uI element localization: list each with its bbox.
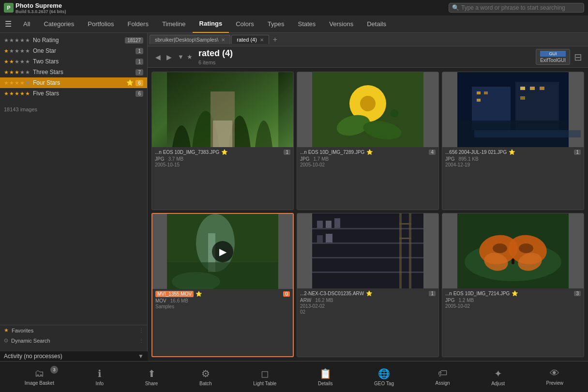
search-input[interactable]: [461, 4, 577, 11]
basket-count: 3: [50, 366, 58, 374]
rating-one-star[interactable]: ★ ★ ★ ★ ★ One Star 1: [0, 45, 147, 56]
nav-arrows: ◀ ▶: [153, 52, 174, 62]
info-icon: ℹ: [98, 368, 102, 379]
tab-rated[interactable]: rated (4) ✕: [231, 35, 269, 44]
assign-button[interactable]: 🏷 Assign: [431, 366, 455, 388]
details-label: Details: [318, 381, 333, 386]
nav-item-ratings[interactable]: Ratings: [193, 15, 229, 33]
activity-arrow: ▼: [138, 353, 144, 360]
filename-5: ...2-NEX-C3-DSC01235.ARW ⭐ 1: [300, 290, 436, 297]
rating-five-stars[interactable]: ★ ★ ★ ★ ★ Five Stars 6: [0, 88, 147, 99]
grid-item-6[interactable]: ...n EOS 10D_IMG_7214.JPG ⭐ 3 JPG 1.2 MB…: [442, 213, 584, 357]
two-stars-count: 1: [136, 59, 143, 65]
nav-item-details[interactable]: Details: [360, 15, 393, 33]
add-tab-button[interactable]: +: [270, 35, 280, 44]
exif-tool-button[interactable]: GUI ExifToolGUI: [536, 49, 570, 65]
light-table-button[interactable]: ◻ Light Table: [248, 366, 281, 388]
four-stars-star-icon: ⭐: [126, 79, 134, 86]
view-button[interactable]: ⊟: [574, 51, 582, 63]
details-button[interactable]: 📋 Details: [313, 366, 338, 388]
app-logo: P Photo Supreme Build 5.3.0.2637 (64 bit…: [4, 2, 66, 14]
svg-rect-42: [326, 234, 332, 242]
menu-icon[interactable]: ☰: [0, 19, 16, 29]
stars-four: ★ ★ ★ ★ ★: [4, 80, 30, 86]
image-basket-button[interactable]: 🗂 3 Image Basket: [20, 366, 59, 388]
count-badge-3: 1: [574, 150, 581, 155]
exif-tool-label: ExifToolGUI: [540, 58, 566, 63]
svg-rect-38: [317, 221, 323, 228]
filename-2: ...n EOS 10D_IMG_7289.JPG ⭐ 4: [300, 149, 436, 155]
play-button-overlay[interactable]: ▶: [212, 241, 233, 262]
tab-samples[interactable]: sbruiker|Desktop\Samples\ ✕: [150, 35, 230, 44]
batch-button[interactable]: ⚙ Batch: [195, 366, 217, 388]
grid-item-5[interactable]: ...2-NEX-C3-DSC01235.ARW ⭐ 1 ARW 16.2 MB…: [297, 213, 439, 357]
adjust-button[interactable]: ✦ Adjust: [486, 366, 510, 388]
grid-meta-1: JPG 3.7 MB: [155, 156, 290, 162]
nav-item-all[interactable]: All: [16, 15, 37, 33]
sidebar-favorites[interactable]: ★ Favorites ⋮: [0, 325, 148, 335]
nav-item-categories[interactable]: Categories: [37, 15, 81, 33]
nav-item-types[interactable]: Types: [261, 15, 291, 33]
type-5: ARW: [300, 298, 311, 303]
size-1: 3.7 MB: [168, 156, 183, 162]
svg-rect-35: [312, 242, 423, 244]
svg-rect-24: [530, 87, 535, 90]
svg-rect-34: [312, 228, 423, 229]
preview-button[interactable]: 👁 Preview: [542, 366, 569, 388]
grid-meta-3: JPG 895.1 KB: [445, 156, 581, 162]
info-button[interactable]: ℹ Info: [91, 366, 109, 388]
nav-item-versions[interactable]: Versions: [322, 15, 360, 33]
search-icon: 🔍: [452, 4, 459, 11]
tab-rated-close[interactable]: ✕: [260, 37, 264, 43]
star-badge-6: ⭐: [512, 290, 518, 297]
rating-two-stars[interactable]: ★ ★ ★ ★ ★ Two Stars 1: [0, 56, 147, 67]
filter-icon[interactable]: ▼: [178, 53, 184, 60]
share-button[interactable]: ⬆ Share: [140, 366, 163, 388]
nav-item-states[interactable]: States: [291, 15, 322, 33]
filename-6: ...n EOS 10D_IMG_7214.JPG ⭐ 3: [445, 290, 581, 297]
geo-tag-button[interactable]: 🌐 GEO Tag: [369, 366, 399, 388]
stars-three: ★ ★ ★ ★ ★: [4, 69, 30, 75]
share-icon: ⬆: [148, 368, 156, 379]
type-6: JPG: [445, 298, 454, 303]
light-table-label: Light Table: [253, 381, 276, 386]
sidebar-footer: ★ Favorites ⋮ ⊙ Dynamic Search ⋮: [0, 325, 148, 346]
grid-item-4[interactable]: ▶ MVI_1355.MOV ⭐ 0 MOV 16.6 MB Samples: [151, 213, 294, 357]
nav-item-timeline[interactable]: Timeline: [155, 15, 193, 33]
svg-rect-22: [477, 99, 481, 102]
filename-text-6: ...n EOS 10D_IMG_7214.JPG: [445, 291, 510, 296]
sidebar-dynamic-search[interactable]: ⊙ Dynamic Search ⋮: [0, 335, 148, 346]
adjust-label: Adjust: [491, 381, 505, 386]
forward-arrow[interactable]: ▶: [165, 52, 174, 62]
rating-three-stars[interactable]: ★ ★ ★ ★ ★ Three Stars 7: [0, 67, 147, 77]
nav-item-colors[interactable]: Colors: [229, 15, 261, 33]
star-badge-4: ⭐: [196, 291, 202, 297]
five-stars-label: Five Stars: [33, 90, 136, 97]
bookmark-icon[interactable]: ★: [187, 53, 193, 60]
grid-item-1[interactable]: ...n EOS 10D_IMG_7383.JPG ⭐ 1 JPG 3.7 MB…: [151, 72, 294, 210]
grid-item-3[interactable]: ...656 2004-JUL-19 021.JPG ⭐ 1 JPG 895.1…: [442, 72, 584, 210]
bottom-toolbar: 🗂 3 Image Basket ℹ Info ⬆ Share ⚙ Batch …: [0, 361, 588, 392]
app-subtitle: Build 5.3.0.2637 (64 bits): [15, 9, 66, 14]
grid-item-2[interactable]: ...n EOS 10D_IMG_7289.JPG ⭐ 4 JPG 1.7 MB…: [297, 72, 439, 210]
content-header: ◀ ▶ ▼ ★ rated (4) 6 items GUI ExifToolGU…: [148, 46, 588, 68]
search-bar[interactable]: 🔍: [449, 3, 584, 13]
stars-no-rating: ★ ★ ★ ★ ★: [4, 37, 30, 44]
star-badge-1: ⭐: [221, 149, 228, 155]
size-3: 895.1 KB: [458, 156, 478, 162]
activity-bar: Activity (no processes) ▼: [0, 351, 148, 361]
rating-no-rating[interactable]: ★ ★ ★ ★ ★ No Rating 18127: [0, 35, 147, 45]
nav-item-folders[interactable]: Folders: [121, 15, 155, 33]
back-arrow[interactable]: ◀: [153, 52, 163, 62]
svg-rect-44: [409, 213, 411, 288]
size-5: 16.2 MB: [315, 298, 333, 303]
filename-4: MVI_1355.MOV ⭐ 0: [155, 291, 290, 297]
grid-info-3: ...656 2004-JUL-19 021.JPG ⭐ 1 JPG 895.1…: [442, 147, 584, 169]
batch-label: Batch: [199, 381, 212, 386]
rating-four-stars[interactable]: ★ ★ ★ ★ ★ Four Stars ⭐ 6: [0, 77, 147, 88]
tab-samples-close[interactable]: ✕: [221, 37, 225, 43]
nav-item-portfolios[interactable]: Portfolios: [81, 15, 121, 33]
assign-label: Assign: [436, 380, 450, 386]
svg-rect-26: [520, 96, 525, 100]
svg-rect-19: [474, 130, 581, 137]
